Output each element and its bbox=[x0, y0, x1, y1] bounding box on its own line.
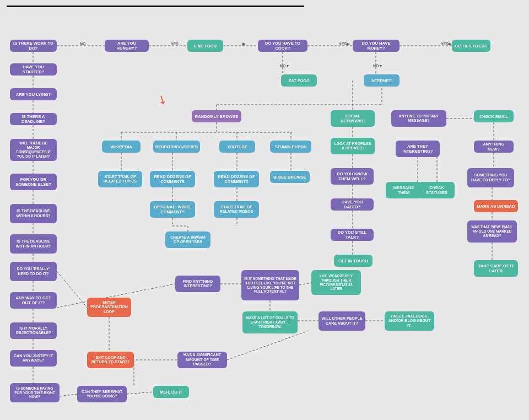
flowchart-node-n33: OPTIONAL: WRITE COMMENTS bbox=[150, 201, 195, 218]
flowchart-node-n23: ANYTHING NEW? bbox=[474, 141, 514, 153]
label-no-1: NO bbox=[80, 42, 86, 46]
flowchart-node-n40: DO YOU STILL TALK? bbox=[331, 229, 374, 241]
flowchart-node-n25: READ DOZENS OF COMMENTS bbox=[150, 171, 195, 187]
flowchart-node-n3: FIND FOOD bbox=[187, 40, 223, 52]
svg-line-61 bbox=[299, 283, 311, 285]
flowchart-node-n12: IS THERE A DEADLINE? bbox=[10, 113, 57, 125]
flowchart-node-n17: REDDIT/DIGG/OTHER bbox=[153, 141, 200, 153]
flowchart-node-n49: ENTER PROCRASTINATION LOOP bbox=[87, 298, 131, 317]
flowchart-node-n9: INTERNET! bbox=[364, 74, 400, 87]
flowchart-node-n51: WILL OTHER PEOPLE CARE ABOUT IT? bbox=[319, 311, 365, 331]
flowchart-node-n55: EXIT LOOP AND RETURN TO START? bbox=[87, 352, 134, 368]
flowchart-node-n27: BINGE BROWSE bbox=[270, 171, 310, 183]
flowchart-node-n30: MESSAGE THEM bbox=[386, 182, 422, 198]
label-no-3: NO▼ bbox=[373, 64, 382, 68]
flowchart-node-n50: MAKE A LIST OF GOALS TO START RIGHT AWAY… bbox=[242, 311, 298, 333]
flowchart-node-n10: ARE YOU LYING? bbox=[10, 88, 57, 100]
flowchart-node-n18: YOUTUBE bbox=[219, 141, 255, 153]
flowchart-node-n15: CHECK EMAIL bbox=[474, 110, 514, 122]
flowchart-node-n7: HAVE YOU STARTED? bbox=[10, 63, 57, 76]
flowchart-node-n24: START TRAIL OF RELATED TOPICS bbox=[98, 171, 142, 187]
flowchart-node-n19: STUMBLEUPON bbox=[270, 141, 311, 153]
label-yes-2: YES▶ bbox=[339, 42, 349, 46]
flowchart-node-n45: IS IT SOMETHING THAT MADE YOU FEEL LIKE … bbox=[241, 270, 299, 300]
flowchart-node-n57: IS SOMEONE PAYING FOR YOUR TIME RIGHT NO… bbox=[10, 383, 60, 402]
title-area bbox=[7, 4, 304, 7]
flowchart-node-n48: ANY WAY TO GET OUT OF IT? bbox=[10, 292, 57, 309]
flowchart-node-n39: IS THE DEADLINE WITHIN AN HOUR? bbox=[10, 234, 57, 254]
flowchart-node-n14: ANYONE TO INSTANT MESSAGE? bbox=[391, 110, 446, 127]
flowchart-node-n47: TAKE CARE OF IT LATER bbox=[474, 260, 518, 277]
flowchart-node-n44: FIND ANYTHING INTERESTING? bbox=[175, 276, 220, 292]
flowchart-node-n29: DO YOU KNOW THEM WELL? bbox=[331, 168, 374, 185]
you-are-here-arrow: ➘ bbox=[154, 91, 170, 109]
flowchart-node-n56: HAS A SIGNIFICANT AMOUNT OF TIME PASSED? bbox=[177, 352, 227, 368]
svg-line-56 bbox=[57, 271, 87, 308]
flowchart-node-n43: DO YOU 'REALLY' NEED TO DO IT? bbox=[10, 262, 57, 281]
flowchart-node-n38: CREATE A SWARM OF OPEN TABS bbox=[165, 231, 210, 248]
flowchart-node-n22: ARE THEY INTERESTING? bbox=[396, 141, 440, 157]
flowchart-node-n36: HAVE YOU DATED? bbox=[331, 198, 374, 211]
flowchart-node-n42: GET IN TOUCH bbox=[334, 255, 373, 267]
flowchart-node-n5: DO YOU HAVE MONEY? bbox=[353, 40, 400, 52]
flowchart-node-n26: READ DOZENS OF COMMENTS bbox=[214, 171, 259, 187]
flowchart-node-n1: IS THERE WORK TO DO? bbox=[10, 40, 57, 52]
flowchart-node-n11: RANDOMLY BROWSE bbox=[192, 110, 241, 122]
label-yes-3: YES▶ bbox=[441, 42, 451, 46]
flowchart-node-n31: CHECK STATUSES bbox=[419, 182, 455, 198]
title-underline bbox=[7, 6, 304, 7]
flowchart-node-n20: WILL THERE BE MAJOR CONSEQUENCES IF YOU … bbox=[10, 139, 57, 161]
flowchart-node-n37: MARK AS UNREAD bbox=[474, 200, 518, 212]
svg-line-55 bbox=[227, 331, 309, 360]
label-no-2: NO▼ bbox=[280, 64, 289, 68]
flowchart-node-n4: DO YOU HAVE TO COOK? bbox=[258, 40, 307, 52]
flowchart-node-n28: FOR YOU OR SOMEONE ELSE? bbox=[10, 174, 57, 190]
flowchart-node-n2: ARE YOU HUNGRY? bbox=[105, 40, 149, 52]
flowchart-node-n41: WAS THAT 'NEW' EMAIL AN OLD ONE MARKED A… bbox=[467, 220, 517, 243]
flowchart-node-n58: CAN THEY SEE WHAT YOU'RE DOING? bbox=[77, 386, 127, 402]
label-arrow-1: ▶ bbox=[242, 42, 245, 46]
label-yes-1: YES bbox=[171, 42, 179, 46]
flowchart-node-n59: MEH, DO IT bbox=[153, 386, 189, 398]
flowchart-node-n32: SOMETHING YOU HAVE TO REPLY TO? bbox=[467, 168, 514, 187]
flowchart-node-n8: EAT FOOD bbox=[281, 74, 317, 87]
svg-line-53 bbox=[127, 392, 153, 394]
flowchart-node-n16: WIKIPEDIA bbox=[102, 141, 141, 153]
flowchart-node-n13: SOCIAL NETWORKS bbox=[331, 110, 375, 127]
flowchart-node-n21: LOOK AT PROFILES & UPDATES bbox=[331, 138, 375, 154]
flowchart-node-n46: LIVE VICARIOUSLY THROUGH THEIR PICTURES/… bbox=[311, 270, 361, 295]
flowchart-node-n52: TWEET, FACEBOOK, AND/OR BLOG ABOUT IT. bbox=[385, 311, 434, 331]
flowchart-node-n6: GO OUT TO EAT bbox=[452, 40, 490, 52]
main-container: ➘ bbox=[0, 0, 529, 420]
flowchart-node-n53: IS IT MORALLY OBJECTIONABLE? bbox=[10, 322, 57, 339]
connector-lines bbox=[0, 0, 529, 420]
flowchart-node-n34: START TRAIL OF RELATED VIDEOS bbox=[214, 201, 259, 218]
flowchart-node-n35: IS THE DEADLINE WITHIN 6 HOURS? bbox=[10, 204, 57, 223]
flowchart-node-n54: CAN YOU JUSTIFY IT ANYWAYS? bbox=[10, 350, 57, 367]
